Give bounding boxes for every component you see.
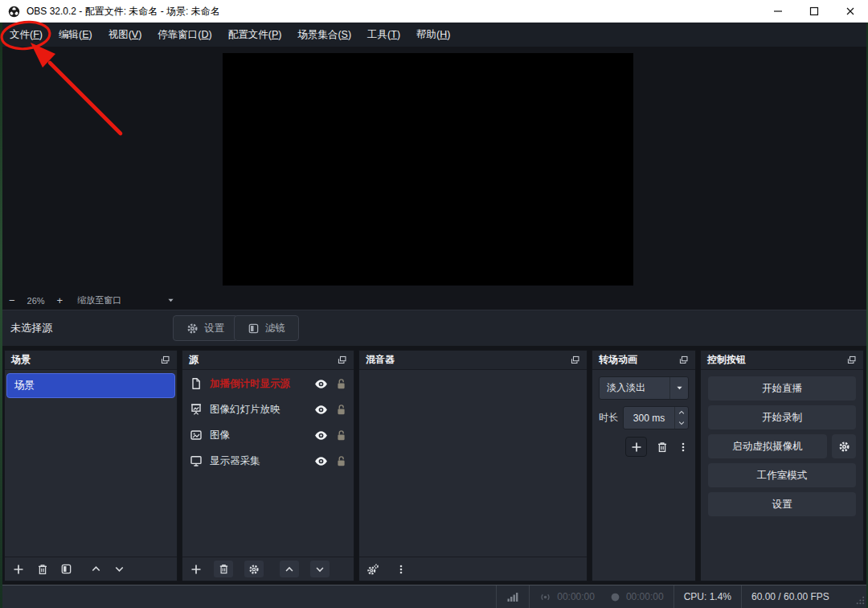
popout-icon[interactable] <box>570 355 580 365</box>
signal-bars-icon <box>506 590 519 603</box>
source-properties-button[interactable]: 设置 <box>173 315 238 341</box>
scene-list-item[interactable]: 场景 <box>6 373 175 398</box>
scenes-panel-header[interactable]: 场景 <box>5 351 177 370</box>
advanced-audio-button[interactable] <box>366 563 379 576</box>
virtual-camera-settings-button[interactable] <box>832 434 856 458</box>
studio-mode-button[interactable]: 工作室模式 <box>708 463 856 487</box>
start-virtual-camera-button[interactable]: 启动虚拟摄像机 <box>708 434 827 458</box>
duration-increase-button[interactable] <box>675 407 688 418</box>
minimize-button[interactable] <box>760 0 796 23</box>
popout-icon[interactable] <box>337 355 347 365</box>
titlebar: OBS 32.0.2 - 配置文件: 未命名 - 场景: 未命名 <box>0 0 868 23</box>
menu-tools[interactable]: 工具(T) <box>359 23 408 47</box>
monitor-icon <box>190 454 203 467</box>
transition-properties-button[interactable] <box>678 442 689 453</box>
resize-grip[interactable] <box>850 585 868 608</box>
preview-canvas[interactable] <box>223 53 633 286</box>
maximize-icon <box>808 5 821 18</box>
popout-icon[interactable] <box>678 355 689 365</box>
move-source-up-button[interactable] <box>280 561 299 577</box>
mixer-menu-button[interactable] <box>395 564 407 575</box>
combo-dropdown-button[interactable] <box>669 377 688 399</box>
toggle-visibility-button[interactable] <box>314 377 328 391</box>
lock-open-icon <box>335 455 347 467</box>
source-row[interactable]: 图像 <box>182 423 354 447</box>
popout-icon[interactable] <box>846 355 857 365</box>
close-button[interactable] <box>832 0 868 23</box>
source-row[interactable]: 图像幻灯片放映 <box>182 397 354 421</box>
maximize-button[interactable] <box>796 0 832 23</box>
sources-panel-header[interactable]: 源 <box>182 351 354 370</box>
start-streaming-button[interactable]: 开始直播 <box>708 376 856 401</box>
zoom-in-button[interactable]: + <box>51 294 70 306</box>
menu-view[interactable]: 视图(V) <box>100 23 150 47</box>
toggle-lock-button[interactable] <box>335 429 347 442</box>
scene-filters-button[interactable] <box>60 563 72 575</box>
source-row[interactable]: 显示器采集 <box>182 449 354 473</box>
menu-bar: 文件(F) 编辑(E) 视图(V) 停靠窗口(D) 配置文件(P) 场景集合(S… <box>0 23 868 47</box>
controls-panel-header[interactable]: 控制按钮 <box>701 351 863 370</box>
menu-scene-collection[interactable]: 场景集合(S) <box>289 23 359 47</box>
source-filters-button[interactable]: 滤镜 <box>234 315 299 341</box>
toggle-visibility-button[interactable] <box>314 429 328 442</box>
settings-button[interactable]: 设置 <box>708 492 856 516</box>
image-icon <box>190 429 203 442</box>
toggle-lock-button[interactable] <box>335 404 347 416</box>
gear-icon <box>838 441 850 453</box>
controls-panel: 控制按钮 开始直播 开始录制 启动虚拟摄像机 工作室模式 设置 <box>700 350 864 581</box>
mixer-panel-header[interactable]: 混音器 <box>359 351 587 370</box>
filter-icon <box>60 563 72 575</box>
transition-select[interactable]: 淡入淡出 <box>599 376 689 400</box>
session-timers: 00:00:00 00:00:00 <box>529 585 673 608</box>
menu-docks[interactable]: 停靠窗口(D) <box>149 23 219 47</box>
menu-profile[interactable]: 配置文件(P) <box>220 23 290 47</box>
add-source-button[interactable] <box>190 563 203 576</box>
menu-file[interactable]: 文件(F) <box>2 23 51 47</box>
move-scene-up-button[interactable] <box>90 563 102 575</box>
chevron-down-icon <box>314 564 326 575</box>
menu-edit[interactable]: 编辑(E) <box>51 23 100 47</box>
preview-area[interactable] <box>2 47 866 291</box>
toggle-visibility-button[interactable] <box>314 403 328 417</box>
trash-icon <box>656 441 669 454</box>
scene-transitions-panel: 转场动画 淡入淡出 时长 300 ms <box>592 350 696 581</box>
kebab-menu-icon <box>395 564 407 575</box>
source-properties-button[interactable] <box>244 561 264 577</box>
source-row[interactable]: 加播倒计时显示源 <box>182 372 354 396</box>
remove-scene-button[interactable] <box>36 563 49 576</box>
duration-decrease-button[interactable] <box>675 418 688 429</box>
chevron-down-icon <box>675 384 684 392</box>
toggle-lock-button[interactable] <box>335 455 347 467</box>
add-transition-button[interactable] <box>625 437 647 457</box>
chevron-up-icon <box>284 564 295 575</box>
preview-zoom-toolbar: − 26% + 缩放至窗口 <box>2 291 866 310</box>
transitions-panel-header[interactable]: 转场动画 <box>592 351 695 370</box>
resize-grip-icon <box>854 594 866 606</box>
eye-icon <box>314 403 328 417</box>
eye-icon <box>314 429 328 442</box>
move-scene-down-button[interactable] <box>113 563 125 575</box>
chevron-down-icon <box>113 563 125 575</box>
zoom-out-button[interactable]: − <box>2 294 22 306</box>
remove-source-button[interactable] <box>214 561 233 577</box>
duration-spinner[interactable]: 300 ms <box>623 406 689 429</box>
eye-icon <box>314 377 328 391</box>
remove-transition-button[interactable] <box>656 441 669 454</box>
chevron-up-icon <box>90 563 102 575</box>
plus-icon <box>190 563 203 576</box>
add-scene-button[interactable] <box>12 563 25 576</box>
eye-icon <box>314 454 328 468</box>
gears-icon <box>366 563 379 576</box>
trash-icon <box>36 563 49 576</box>
popout-icon[interactable] <box>160 355 170 365</box>
start-recording-button[interactable]: 开始录制 <box>708 405 856 429</box>
toggle-lock-button[interactable] <box>335 378 347 390</box>
zoom-mode-dropdown[interactable]: 缩放至窗口 <box>77 294 175 306</box>
toggle-visibility-button[interactable] <box>314 454 328 468</box>
stream-timer: 00:00:00 <box>557 591 595 602</box>
move-source-down-button[interactable] <box>310 561 330 577</box>
mixer-empty-area <box>359 370 587 557</box>
obs-logo-icon <box>8 6 20 18</box>
fps-indicator: 60.00 / 60.00 FPS <box>741 585 850 608</box>
menu-help[interactable]: 帮助(H) <box>408 23 458 47</box>
